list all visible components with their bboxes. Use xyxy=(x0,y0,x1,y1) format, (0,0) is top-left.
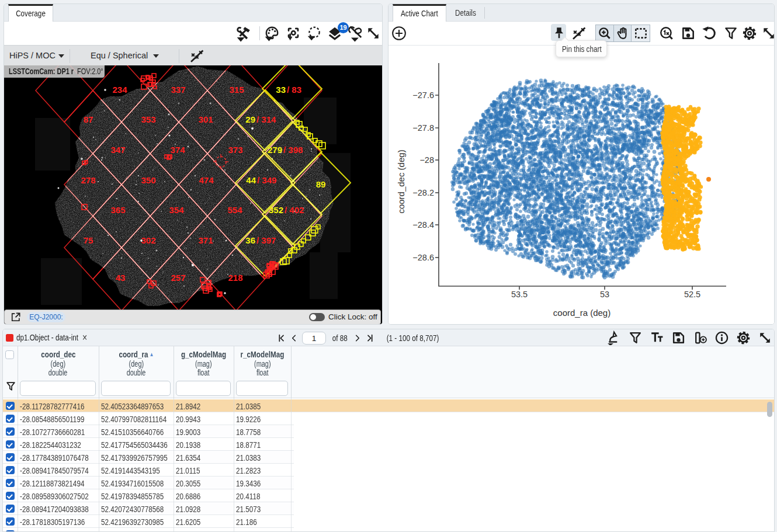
svg-text:89: 89 xyxy=(316,179,326,189)
svg-text:347: 347 xyxy=(110,145,125,155)
svg-text:44: 44 xyxy=(246,175,256,185)
svg-text:−27.6: −27.6 xyxy=(412,91,434,100)
svg-text:−28.2: −28.2 xyxy=(412,188,434,197)
svg-text:554: 554 xyxy=(227,205,242,215)
svg-text:350: 350 xyxy=(141,175,155,185)
svg-text:474: 474 xyxy=(199,175,214,185)
svg-text:−28.4: −28.4 xyxy=(412,220,434,230)
svg-text:−27.8: −27.8 xyxy=(412,123,434,133)
svg-text:52.5: 52.5 xyxy=(684,290,700,299)
svg-text:315: 315 xyxy=(229,85,244,95)
svg-text:365: 365 xyxy=(110,205,125,215)
svg-text:coord_dec (deg): coord_dec (deg) xyxy=(396,149,406,213)
svg-text:352: 352 xyxy=(269,205,283,215)
svg-text:/ 349: / 349 xyxy=(257,175,276,185)
svg-text:373: 373 xyxy=(228,145,242,155)
svg-text:278: 278 xyxy=(81,175,95,185)
svg-text:234: 234 xyxy=(112,85,127,95)
svg-text:33: 33 xyxy=(276,85,286,95)
svg-text:353: 353 xyxy=(141,114,155,124)
svg-text:301: 301 xyxy=(198,114,213,124)
svg-text:−28: −28 xyxy=(419,155,434,165)
svg-text:/ 83: / 83 xyxy=(287,85,301,95)
svg-text:/ 402: / 402 xyxy=(285,205,304,215)
svg-text:53: 53 xyxy=(600,290,609,299)
svg-text:/ 397: / 397 xyxy=(256,235,276,245)
svg-text:53.5: 53.5 xyxy=(511,290,528,299)
svg-text:354: 354 xyxy=(169,205,184,215)
svg-text:337: 337 xyxy=(171,85,185,95)
svg-text:371: 371 xyxy=(198,235,213,245)
svg-text:/ 398: / 398 xyxy=(283,145,303,155)
svg-text:302: 302 xyxy=(141,235,155,245)
svg-text:−28.6: −28.6 xyxy=(412,253,434,262)
svg-text:43: 43 xyxy=(116,273,126,283)
svg-text:257: 257 xyxy=(171,273,185,283)
svg-text:29: 29 xyxy=(245,114,255,124)
svg-text:279: 279 xyxy=(268,145,282,155)
svg-text:/ 314: / 314 xyxy=(256,114,276,124)
svg-text:87: 87 xyxy=(84,114,93,124)
svg-text:218: 218 xyxy=(228,273,242,283)
svg-text:36: 36 xyxy=(245,235,255,245)
svg-text:374: 374 xyxy=(170,145,185,155)
svg-text:coord_ra (deg): coord_ra (deg) xyxy=(553,308,610,318)
svg-text:75: 75 xyxy=(84,235,93,245)
